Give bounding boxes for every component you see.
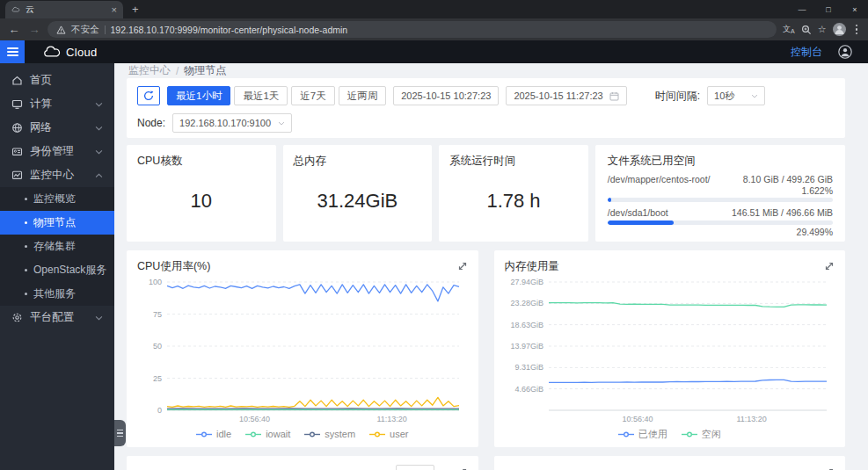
start-time-input[interactable]: 2025-10-15 10:27:23 bbox=[393, 86, 499, 105]
fs-usage: 8.10 GiB / 499.26 GiB bbox=[743, 174, 833, 184]
legend-item-system[interactable]: system bbox=[304, 429, 355, 439]
breadcrumb: 监控中心 / 物理节点 bbox=[114, 63, 868, 78]
svg-text:100: 100 bbox=[149, 278, 162, 286]
sidebar-item-platform-config[interactable]: 平台配置 bbox=[0, 306, 114, 329]
sidebar-item-identity[interactable]: 身份管理 bbox=[0, 140, 114, 163]
window-close-button[interactable]: × bbox=[842, 0, 868, 18]
bookmark-star-icon[interactable]: ☆ bbox=[818, 24, 827, 35]
browser-menu-icon[interactable] bbox=[852, 25, 862, 35]
sidebar-item-physical-node[interactable]: 物理节点 bbox=[0, 211, 114, 235]
toolbar-row-2: Node: 192.168.10.170:9100 bbox=[137, 113, 835, 133]
range-button-7d[interactable]: 近7天 bbox=[291, 86, 334, 105]
range-button-2w[interactable]: 近两周 bbox=[339, 86, 387, 105]
translate-icon[interactable]: 文A bbox=[783, 24, 795, 35]
sidebar-item-monitor-overview[interactable]: 监控概览 bbox=[0, 187, 114, 211]
legend-item-iowait[interactable]: iowait bbox=[245, 429, 290, 439]
browser-profile-avatar[interactable] bbox=[833, 23, 846, 36]
identity-icon bbox=[11, 146, 23, 157]
card-title: 总内存 bbox=[294, 154, 422, 169]
toolbar-row-1: 最近1小时 最近1天 近7天 近两周 2025-10-15 10:27:23 2… bbox=[137, 85, 835, 106]
window-minimize-button[interactable]: — bbox=[789, 0, 815, 18]
sidebar-item-network[interactable]: 网络 bbox=[0, 116, 114, 140]
expand-icon[interactable] bbox=[457, 261, 468, 271]
cpu-usage-plot: 025507510010:56:4011:13:20 bbox=[137, 275, 468, 424]
zoom-icon[interactable] bbox=[801, 25, 812, 35]
legend-item-idle[interactable]: idle bbox=[196, 429, 231, 439]
cpu-cores-value: 10 bbox=[191, 190, 212, 213]
svg-text:13.97GiB: 13.97GiB bbox=[510, 342, 543, 351]
svg-text:10:56:40: 10:56:40 bbox=[239, 415, 270, 423]
svg-text:50: 50 bbox=[153, 342, 162, 351]
svg-text:18.63GiB: 18.63GiB bbox=[510, 321, 543, 329]
sidebar-item-monitor-center[interactable]: 监控中心 bbox=[0, 163, 114, 187]
app-logo[interactable]: Cloud bbox=[42, 46, 97, 59]
sidebar-item-compute[interactable]: 计算 bbox=[0, 92, 114, 116]
tab-close-icon[interactable]: × bbox=[112, 5, 117, 15]
back-icon[interactable]: ← bbox=[7, 23, 21, 36]
fs-name: /dev/mapper/centos-root/ bbox=[608, 174, 711, 184]
sidebar-item-other-services[interactable]: 其他服务 bbox=[0, 282, 114, 306]
hamburger-menu-icon[interactable] bbox=[0, 40, 25, 63]
drawer-handle[interactable] bbox=[114, 420, 126, 446]
url-bar[interactable]: 不安全 192.168.10.170:9999/monitor-center/p… bbox=[47, 21, 777, 38]
end-time-input[interactable]: 2025-10-15 11:27:23 bbox=[506, 86, 626, 105]
expand-icon[interactable] bbox=[824, 261, 835, 271]
main-content: 监控中心 / 物理节点 最近1小时 最近1天 近7天 近两 bbox=[114, 63, 868, 470]
bullet-icon bbox=[25, 293, 27, 295]
memory-usage-plot: 4.66GiB9.31GiB13.97GiB18.63GiB23.28GiB27… bbox=[505, 275, 835, 424]
range-button-1h[interactable]: 最近1小时 bbox=[167, 86, 230, 105]
app-header: Cloud 控制台 bbox=[0, 40, 868, 63]
new-tab-button[interactable]: + bbox=[132, 1, 139, 18]
refresh-icon bbox=[143, 90, 154, 101]
fs-progress-bar bbox=[608, 221, 833, 225]
svg-text:27.94GiB: 27.94GiB bbox=[510, 278, 543, 286]
screen: 云 × + — □ × ← → 不安全 192.168.10.170:9999/… bbox=[0, 0, 868, 470]
refresh-button[interactable] bbox=[137, 86, 160, 105]
svg-text:23.28GiB: 23.28GiB bbox=[510, 299, 543, 307]
uptime-card: 系统运行时间 1.78 h bbox=[439, 145, 588, 242]
filter-toolbar: 最近1小时 最近1天 近7天 近两周 2025-10-15 10:27:23 2… bbox=[127, 78, 845, 138]
svg-text:0: 0 bbox=[157, 406, 162, 415]
sidebar-item-home[interactable]: 首页 bbox=[0, 69, 114, 92]
range-button-1d[interactable]: 最近1天 bbox=[234, 86, 288, 105]
fs-percent: 29.499% bbox=[608, 227, 833, 237]
breadcrumb-current: 物理节点 bbox=[184, 63, 226, 78]
header-right: 控制台 bbox=[791, 45, 868, 60]
sidebar-item-storage-cluster[interactable]: 存储集群 bbox=[0, 235, 114, 258]
content: 最近1小时 最近1天 近7天 近两周 2025-10-15 10:27:23 2… bbox=[114, 78, 868, 470]
card-title: CPU核数 bbox=[137, 154, 266, 169]
filesystem-card: 文件系统已用空间 /dev/mapper/centos-root/ 8.10 G… bbox=[595, 145, 845, 242]
calendar-icon bbox=[609, 91, 619, 101]
cpu-cores-card: CPU核数 10 bbox=[127, 145, 276, 242]
fs-item-root: /dev/mapper/centos-root/ 8.10 GiB / 499.… bbox=[608, 174, 833, 202]
bullet-icon bbox=[25, 245, 27, 248]
user-avatar-icon[interactable] bbox=[838, 45, 852, 59]
sidebar-item-openstack-services[interactable]: OpenStack服务 bbox=[0, 258, 114, 282]
bullet-icon bbox=[25, 221, 27, 224]
window-maximize-button[interactable]: □ bbox=[815, 0, 842, 18]
browser-tab[interactable]: 云 × bbox=[5, 1, 123, 18]
legend-item-已使用[interactable]: 已使用 bbox=[618, 428, 667, 441]
memory-usage-chart-card: 内存使用量 4.66GiB9.31GiB13.97GiB18.63GiB23.2… bbox=[494, 250, 846, 447]
fs-usage: 146.51 MiB / 496.66 MiB bbox=[732, 207, 833, 218]
chevron-up-icon bbox=[95, 173, 103, 178]
chevron-down-icon bbox=[278, 121, 285, 126]
chevron-down-icon bbox=[95, 102, 103, 107]
node-select[interactable]: 192.168.10.170:9100 bbox=[172, 113, 292, 133]
forward-icon[interactable]: → bbox=[27, 23, 41, 36]
url-text: 192.168.10.170:9999/monitor-center/physi… bbox=[111, 25, 348, 35]
tab-title: 云 bbox=[26, 4, 106, 16]
breadcrumb-parent[interactable]: 监控中心 bbox=[128, 63, 171, 78]
monitor-icon bbox=[11, 170, 23, 181]
console-link[interactable]: 控制台 bbox=[791, 45, 822, 60]
legend-item-空闲[interactable]: 空闲 bbox=[682, 428, 721, 441]
device-select[interactable] bbox=[396, 465, 434, 470]
legend-item-user[interactable]: user bbox=[369, 429, 408, 439]
fs-name: /dev/sda1/boot bbox=[608, 207, 668, 218]
breadcrumb-separator: / bbox=[176, 65, 179, 77]
svg-text:11:13:20: 11:13:20 bbox=[736, 415, 766, 423]
interval-select[interactable]: 10秒 bbox=[707, 86, 765, 105]
interval-label: 时间间隔: bbox=[655, 89, 700, 104]
network-icon bbox=[11, 122, 23, 134]
cpu-usage-chart-card: CPU使用率(%) 025507510010:56:4011:13:20 idl… bbox=[127, 250, 478, 447]
